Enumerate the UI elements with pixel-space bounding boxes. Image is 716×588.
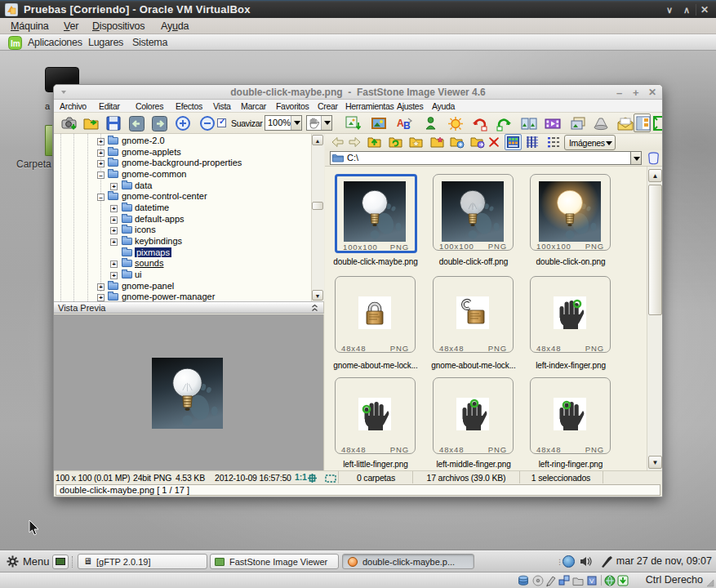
svg-text:V: V — [589, 577, 594, 585]
svg-text:lm: lm — [11, 39, 20, 48]
